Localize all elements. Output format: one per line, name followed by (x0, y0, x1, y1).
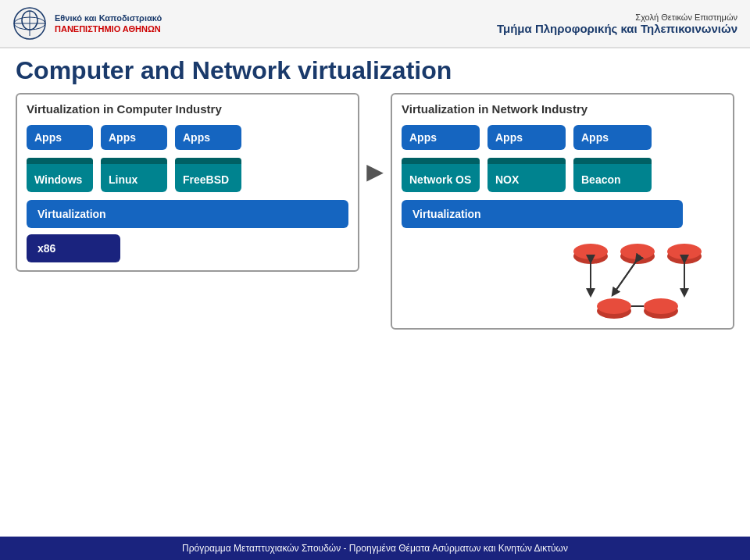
left-app-3: Apps (175, 125, 241, 150)
left-os-1: Windows (27, 158, 93, 192)
left-apps-row: Apps Apps Apps (27, 125, 348, 150)
left-virt-box: Virtualization (27, 200, 348, 228)
right-app-2: Apps (488, 125, 566, 150)
left-os-2: Linux (101, 158, 167, 192)
left-column: Virtualization in Computer Industry Apps… (16, 93, 359, 272)
department-name: Τμήμα Πληροφορικής και Τηλεπικοινωνιών (497, 22, 738, 35)
university-name: Εθνικό και Καποδιστριακό (55, 12, 162, 23)
logo-text: Εθνικό και Καποδιστριακό ΠΑΝΕΠΙΣΤΗΜΙΟ ΑΘ… (55, 12, 162, 35)
left-app-2: Apps (101, 125, 167, 150)
left-app-1: Apps (27, 125, 93, 150)
header-right: Σχολή Θετικών Επιστημών Τμήμα Πληροφορικ… (497, 12, 738, 35)
svg-point-18 (597, 298, 631, 314)
svg-point-6 (573, 244, 608, 259)
arrow-container: ► (359, 155, 391, 188)
svg-line-16 (614, 259, 638, 293)
svg-point-10 (667, 244, 702, 259)
university-subname: ΠΑΝΕΠΙΣΤΗΜΙΟ ΑΘΗΝΩΝ (55, 23, 162, 34)
right-os-3: Beacon (573, 158, 652, 192)
right-virt-row: Virtualization (402, 200, 723, 228)
university-logo-icon (12, 6, 47, 41)
left-x86-box: x86 (27, 234, 120, 262)
svg-point-20 (644, 298, 678, 314)
right-column: Virtualization in Network Industry Apps … (391, 93, 734, 330)
left-virt-row: Virtualization (27, 200, 348, 228)
school-name: Σχολή Θετικών Επιστημών (497, 12, 738, 22)
header: Εθνικό και Καποδιστριακό ΠΑΝΕΠΙΣΤΗΜΙΟ ΑΘ… (0, 0, 750, 48)
right-apps-row: Apps Apps Apps (402, 125, 723, 150)
right-os-1: Network OS (402, 158, 480, 192)
left-os-3: FreeBSD (175, 158, 241, 192)
footer-text: Πρόγραμμα Μεταπτυχιακών Σπουδών - Προηγμ… (182, 543, 568, 554)
main-content: Computer and Network virtualization Virt… (0, 48, 750, 330)
right-arrow-icon: ► (361, 155, 389, 188)
left-col-title: Virtualization in Computer Industry (27, 102, 348, 116)
right-os-row: Network OS NOX Beacon (402, 158, 723, 192)
right-app-3: Apps (573, 125, 652, 150)
page-title: Computer and Network virtualization (16, 56, 734, 85)
right-app-1: Apps (402, 125, 480, 150)
network-diagram-svg (559, 234, 716, 320)
right-os-2: NOX (488, 158, 566, 192)
footer: Πρόγραμμα Μεταπτυχιακών Σπουδών - Προηγμ… (0, 537, 750, 560)
left-x86-row: x86 (27, 234, 348, 262)
header-left: Εθνικό και Καποδιστριακό ΠΑΝΕΠΙΣΤΗΜΙΟ ΑΘ… (12, 6, 162, 41)
network-diagram (402, 234, 723, 320)
left-os-row: Windows Linux FreeBSD (27, 158, 348, 192)
right-virt-box: Virtualization (402, 200, 683, 228)
columns-wrapper: Virtualization in Computer Industry Apps… (16, 93, 734, 330)
right-col-title: Virtualization in Network Industry (402, 102, 723, 116)
svg-point-8 (620, 244, 655, 259)
